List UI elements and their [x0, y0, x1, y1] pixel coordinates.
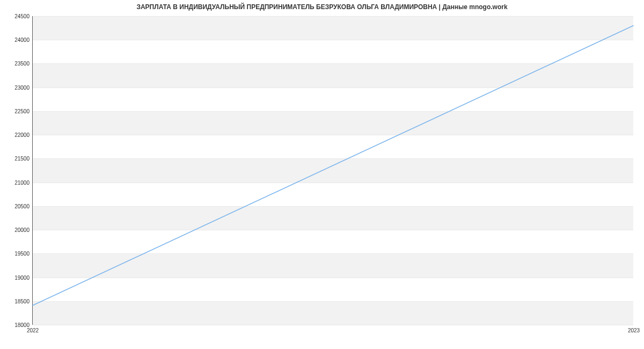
plot-area: 1800018500190001950020000205002100021500… [32, 16, 633, 325]
y-tick-label: 21000 [14, 179, 33, 185]
y-tick-label: 21500 [14, 156, 33, 162]
y-tick-label: 20500 [14, 203, 33, 209]
y-tick-label: 19000 [14, 274, 33, 280]
chart-title: ЗАРПЛАТА В ИНДИВИДУАЛЬНЫЙ ПРЕДПРИНИМАТЕЛ… [0, 3, 644, 11]
y-tick-label: 23500 [14, 61, 33, 67]
y-tick-label: 23000 [14, 84, 33, 90]
y-tick-label: 19500 [14, 251, 33, 257]
y-tick-label: 24500 [14, 13, 33, 19]
chart-container: ЗАРПЛАТА В ИНДИВИДУАЛЬНЫЙ ПРЕДПРИНИМАТЕЛ… [0, 0, 644, 349]
y-tick-label: 18500 [14, 298, 33, 304]
y-tick-label: 24000 [14, 37, 33, 43]
y-gridline [33, 325, 633, 325]
series-line [33, 26, 633, 306]
line-layer [33, 16, 633, 324]
y-tick-label: 22000 [14, 132, 33, 138]
y-tick-label: 22500 [14, 108, 33, 114]
y-tick-label: 20000 [14, 227, 33, 233]
x-tick-label: 2023 [628, 324, 640, 333]
x-tick-label: 2022 [27, 324, 39, 333]
